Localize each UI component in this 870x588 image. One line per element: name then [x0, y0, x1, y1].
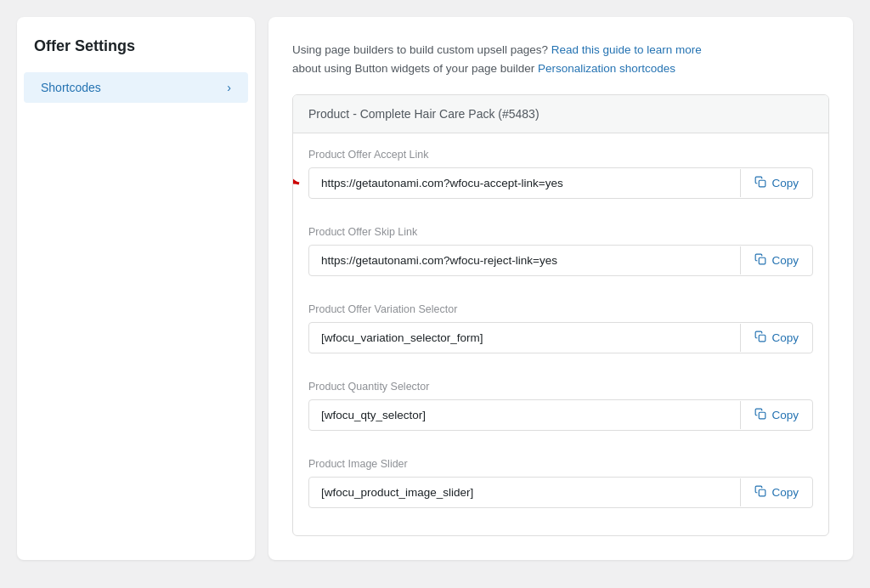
info-link2[interactable]: Personalization shortcodes	[538, 62, 675, 75]
sidebar-title: Offer Settings	[17, 37, 255, 72]
red-arrow-icon	[292, 171, 305, 196]
shortcode-row-3: [wfocu_qty_selector]Copy	[308, 399, 813, 431]
svg-rect-5	[760, 489, 766, 496]
copy-icon-3	[754, 408, 766, 422]
copy-icon-4	[754, 485, 766, 500]
copy-label-1: Copy	[771, 254, 799, 267]
info-text-part2: about using Button widgets of your page …	[292, 62, 534, 75]
shortcode-group-0: Product Offer Accept Link https://getaut…	[293, 133, 828, 199]
copy-button-2[interactable]: Copy	[740, 324, 812, 352]
main-content: Using page builders to build custom upse…	[268, 17, 853, 560]
shortcode-value-1: https://getautonami.com?wfocu-reject-lin…	[309, 246, 740, 275]
shortcode-value-4: [wfocu_product_image_slider]	[309, 478, 740, 507]
product-header: Product - Complete Hair Care Pack (#5483…	[293, 95, 828, 133]
shortcode-row-0: https://getautonami.com?wfocu-accept-lin…	[308, 167, 813, 199]
sidebar: Offer Settings Shortcodes ›	[17, 17, 255, 560]
info-text: Using page builders to build custom upse…	[292, 41, 829, 77]
shortcode-row-1: https://getautonami.com?wfocu-reject-lin…	[308, 245, 813, 276]
copy-icon-0	[754, 176, 766, 190]
svg-rect-1	[760, 180, 766, 187]
shortcode-row-2: [wfocu_variation_selector_form]Copy	[308, 322, 813, 353]
copy-label-4: Copy	[771, 486, 799, 499]
copy-label-2: Copy	[771, 331, 799, 344]
product-section: Product - Complete Hair Care Pack (#5483…	[292, 94, 829, 536]
shortcode-group-4: Product Image Slider[wfocu_product_image…	[293, 443, 828, 535]
page-wrapper: Offer Settings Shortcodes › Using page b…	[17, 17, 853, 560]
svg-rect-3	[760, 335, 766, 342]
shortcode-value-0: https://getautonami.com?wfocu-accept-lin…	[309, 168, 740, 198]
shortcode-label-3: Product Quantity Selector	[308, 381, 813, 393]
chevron-right-icon: ›	[227, 81, 231, 94]
copy-button-3[interactable]: Copy	[740, 401, 812, 429]
shortcode-group-3: Product Quantity Selector[wfocu_qty_sele…	[293, 365, 828, 431]
sidebar-item-label: Shortcodes	[41, 81, 101, 94]
shortcode-group-2: Product Offer Variation Selector[wfocu_v…	[293, 288, 828, 353]
copy-icon-2	[754, 331, 766, 345]
copy-button-1[interactable]: Copy	[740, 246, 812, 274]
info-link1[interactable]: Read this guide to learn more	[551, 43, 702, 56]
shortcode-label-1: Product Offer Skip Link	[308, 226, 813, 238]
shortcode-label-2: Product Offer Variation Selector	[308, 303, 813, 315]
shortcode-row-4: [wfocu_product_image_slider]Copy	[308, 477, 813, 508]
copy-button-0[interactable]: Copy	[740, 169, 812, 197]
shortcode-label-4: Product Image Slider	[308, 458, 813, 470]
copy-label-3: Copy	[771, 409, 799, 421]
info-text-part1: Using page builders to build custom upse…	[292, 43, 548, 56]
sidebar-item-shortcodes[interactable]: Shortcodes ›	[24, 72, 248, 103]
copy-icon-1	[754, 253, 766, 268]
shortcode-group-1: Product Offer Skip Linkhttps://getautona…	[293, 211, 828, 276]
shortcode-label-0: Product Offer Accept Link	[308, 149, 813, 161]
svg-rect-2	[760, 257, 766, 264]
copy-label-0: Copy	[771, 177, 799, 189]
copy-button-4[interactable]: Copy	[740, 478, 812, 506]
shortcodes-container: Product Offer Accept Link https://getaut…	[293, 133, 828, 535]
svg-rect-4	[760, 412, 766, 419]
shortcode-value-2: [wfocu_variation_selector_form]	[309, 323, 740, 353]
shortcode-value-3: [wfocu_qty_selector]	[309, 400, 740, 430]
